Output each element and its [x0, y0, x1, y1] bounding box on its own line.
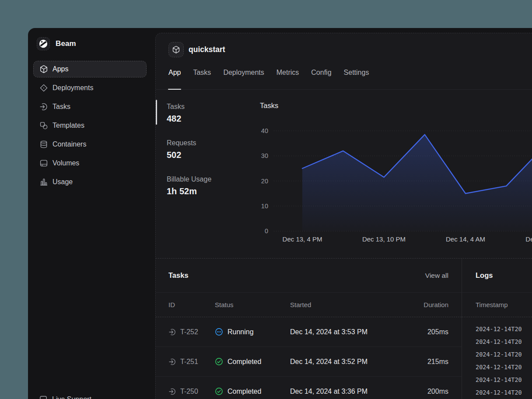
- arrow-circle-icon: [168, 388, 176, 396]
- sidebar-item-label: Usage: [52, 178, 73, 186]
- arrow-circle-icon: [39, 102, 48, 111]
- task-status: Completed: [228, 358, 261, 366]
- sidebar-item-label: Tasks: [52, 103, 70, 111]
- stat-label: Tasks: [167, 102, 185, 112]
- stat-billable-usage[interactable]: Billable Usage1h 52m: [167, 175, 211, 197]
- sidebar-item-label: Live Support: [52, 396, 91, 399]
- tab-config[interactable]: Config: [311, 65, 331, 89]
- status-running-icon: [215, 328, 223, 336]
- sidebar-item-live-support[interactable]: Live Support: [33, 391, 91, 399]
- main-panel: quickstart AppTasksDeploymentsMetricsCon…: [155, 33, 532, 399]
- tasks-panel: Tasks View all ID Status Started Duratio…: [156, 259, 462, 399]
- tasks-line-chart: 403020100Dec 13, 4 PMDec 13, 10 PMDec 14…: [260, 125, 532, 252]
- task-duration: 215ms: [427, 358, 448, 366]
- log-timestamp: 2024-12-14T20: [476, 336, 532, 348]
- tasks-table-header: ID Status Started Duration: [156, 293, 462, 317]
- y-tick-label: 30: [261, 152, 268, 159]
- task-id: T-251: [180, 358, 198, 366]
- chat-bubble-icon: [39, 395, 48, 399]
- task-duration: 205ms: [427, 328, 448, 336]
- beam-logo-icon: [37, 37, 50, 50]
- tab-settings[interactable]: Settings: [344, 65, 369, 89]
- task-status: Running: [228, 328, 254, 336]
- sidebar-item-volumes[interactable]: Volumes: [33, 155, 147, 172]
- log-timestamp: 2024-12-14T20: [476, 361, 532, 374]
- status-completed-icon: [215, 357, 223, 366]
- tasks-panel-title: Tasks: [168, 271, 189, 280]
- sidebar-item-templates[interactable]: Templates: [33, 117, 147, 134]
- column-id: ID: [168, 301, 215, 308]
- drive-icon: [39, 159, 48, 168]
- table-row-task-t-252[interactable]: T-252RunningDec 14, 2024 at 3:53 PM205ms: [156, 317, 462, 347]
- brand-label: Beam: [56, 39, 76, 48]
- table-row-task-t-251[interactable]: T-251CompletedDec 14, 2024 at 3:52 PM215…: [156, 347, 462, 377]
- task-duration: 200ms: [427, 388, 448, 396]
- chart-area-fill: [302, 135, 532, 231]
- page-title: quickstart: [189, 45, 225, 54]
- logs-panel-header: Logs: [462, 259, 532, 293]
- logs-panel-title: Logs: [476, 271, 493, 280]
- y-tick-label: 0: [265, 228, 268, 234]
- logs-list: 2024-12-14T202024-12-14T202024-12-14T202…: [462, 317, 532, 399]
- sidebar-item-containers[interactable]: Containers: [33, 136, 147, 153]
- task-id: T-250: [180, 388, 198, 396]
- bottom-panels: Tasks View all ID Status Started Duratio…: [156, 258, 532, 399]
- y-tick-label: 20: [261, 178, 268, 185]
- tab-metrics[interactable]: Metrics: [276, 65, 299, 89]
- brand[interactable]: Beam: [37, 37, 76, 50]
- table-row-task-t-250[interactable]: T-250CompletedDec 14, 2024 at 3:36 PM200…: [156, 377, 462, 399]
- column-duration: Duration: [424, 301, 448, 308]
- log-timestamp: 2024-12-14T20: [476, 323, 532, 336]
- tab-app[interactable]: App: [168, 65, 181, 89]
- stat-label: Requests: [167, 138, 196, 148]
- stat-value: 1h 52m: [167, 186, 211, 197]
- logs-panel: Logs Timestamp 2024-12-14T202024-12-14T2…: [462, 259, 532, 399]
- task-started: Dec 14, 2024 at 3:53 PM: [290, 328, 427, 336]
- view-all-link[interactable]: View all: [425, 272, 448, 280]
- sidebar-item-apps[interactable]: Apps: [33, 61, 147, 77]
- y-tick-label: 40: [261, 127, 268, 134]
- y-tick-label: 10: [261, 203, 268, 210]
- cube-icon: [172, 46, 180, 54]
- log-timestamp: 2024-12-14T20: [476, 348, 532, 361]
- stats-section: Tasks482Requests502Billable Usage1h 52m …: [156, 90, 532, 258]
- clone-icon: [39, 121, 48, 130]
- selected-stat-indicator: [156, 100, 157, 125]
- arrow-circle-icon: [168, 328, 176, 336]
- app-window: Beam AppsDeploymentsTasksTemplatesContai…: [0, 0, 532, 399]
- tasks-panel-header: Tasks View all: [156, 259, 462, 293]
- tab-deployments[interactable]: Deployments: [223, 65, 264, 89]
- stat-value: 482: [167, 113, 185, 124]
- stat-label: Billable Usage: [167, 175, 211, 184]
- stat-tasks[interactable]: Tasks482: [167, 102, 185, 124]
- sidebar-item-label: Apps: [52, 65, 68, 73]
- bar-chart-icon: [39, 178, 48, 186]
- arrow-circle-icon: [168, 358, 176, 366]
- tasks-table-body: T-252RunningDec 14, 2024 at 3:53 PM205ms…: [156, 317, 462, 399]
- sidebar-nav: AppsDeploymentsTasksTemplatesContainersV…: [33, 61, 147, 192]
- sidebar-item-label: Volumes: [52, 159, 79, 167]
- task-started: Dec 14, 2024 at 3:36 PM: [290, 388, 427, 396]
- task-id: T-252: [180, 328, 198, 336]
- task-started: Dec 14, 2024 at 3:52 PM: [290, 358, 427, 366]
- stat-requests[interactable]: Requests502: [167, 138, 196, 161]
- tasks-chart: Tasks 403020100Dec 13, 4 PMDec 13, 10 PM…: [260, 90, 532, 258]
- column-status: Status: [215, 301, 290, 308]
- task-status: Completed: [228, 388, 261, 396]
- cube-icon: [39, 65, 48, 74]
- sidebar-item-usage[interactable]: Usage: [33, 174, 147, 190]
- sidebar-item-deployments[interactable]: Deployments: [33, 80, 147, 96]
- tab-tasks[interactable]: Tasks: [193, 65, 211, 89]
- sidebar-item-tasks[interactable]: Tasks: [33, 98, 147, 115]
- sidebar-item-label: Templates: [52, 122, 84, 130]
- database-icon: [39, 140, 48, 149]
- sidebar: Beam AppsDeploymentsTasksTemplatesContai…: [28, 28, 155, 399]
- log-timestamp: 2024-12-14T20: [476, 374, 532, 386]
- app-icon-tile: [168, 42, 184, 57]
- x-tick-label: Dec 13, 10 PM: [362, 235, 406, 243]
- tab-bar: AppTasksDeploymentsMetricsConfigSettings: [156, 65, 532, 90]
- column-timestamp: Timestamp: [476, 301, 508, 308]
- x-tick-label: Dec 14, 10 AM: [525, 235, 532, 243]
- app-sheet: Beam AppsDeploymentsTasksTemplatesContai…: [28, 28, 532, 399]
- column-started: Started: [290, 301, 424, 308]
